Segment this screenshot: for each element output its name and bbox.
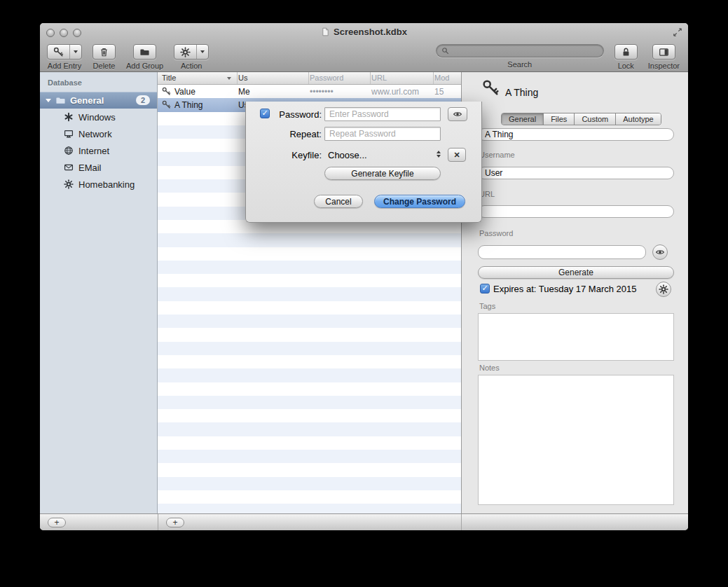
chevron-down-icon — [74, 50, 78, 53]
sidebar-item-label: Homebanking — [78, 179, 135, 190]
search-field[interactable] — [436, 44, 604, 57]
delete-label: Delete — [93, 62, 116, 70]
search-icon — [441, 47, 449, 55]
delete-button[interactable] — [92, 44, 116, 60]
tab-autotype[interactable]: Autotype — [616, 113, 660, 125]
inspector-toolbar-item: Inspector — [648, 44, 680, 70]
document-icon — [321, 27, 330, 36]
dialog-repeat-input[interactable] — [324, 127, 441, 141]
expires-settings-button[interactable] — [656, 282, 671, 297]
notes-field[interactable] — [478, 375, 674, 505]
column-header-title[interactable]: Title — [162, 74, 176, 82]
url-field[interactable] — [478, 205, 674, 218]
add-group-label: Add Group — [126, 62, 163, 70]
minimize-button[interactable] — [60, 29, 68, 37]
generate-keyfile-button[interactable]: Generate Keyfile — [324, 167, 441, 180]
traffic-lights — [46, 29, 81, 37]
sidebar-item-homebanking[interactable]: Homebanking — [40, 176, 157, 193]
tab-custom[interactable]: Custom — [575, 113, 616, 125]
key-icon — [162, 100, 171, 109]
title-wrap: Screenshot.kdbx — [40, 23, 688, 41]
sidebar: Database General 2 Windows Network Inter… — [40, 72, 158, 513]
search-toolbar-item: Search — [436, 44, 604, 69]
dialog-reveal-password-button[interactable] — [448, 107, 467, 121]
entry-url-cell: www.url.com — [371, 87, 419, 97]
column-divider[interactable] — [237, 72, 238, 84]
tab-files[interactable]: Files — [544, 113, 575, 125]
group-count-badge: 2 — [136, 95, 150, 105]
column-header-password[interactable]: Password — [310, 74, 343, 82]
change-password-button[interactable]: Change Password — [374, 195, 465, 208]
gear-icon — [64, 179, 74, 189]
popup-stepper-icon[interactable] — [437, 151, 441, 158]
fullscreen-icon[interactable] — [673, 27, 682, 37]
dialog-password-input[interactable] — [324, 107, 441, 121]
column-header-url[interactable]: URL — [371, 74, 387, 82]
generate-password-button[interactable]: Generate — [478, 266, 674, 279]
column-header-username[interactable]: Us — [238, 74, 247, 82]
add-entry-label: Add Entry — [48, 62, 81, 70]
globe-icon — [64, 146, 74, 156]
tags-label: Tags — [479, 302, 495, 310]
search-label: Search — [507, 60, 532, 69]
cancel-button[interactable]: Cancel — [314, 195, 363, 208]
sidebar-item-email[interactable]: EMail — [40, 159, 157, 176]
dialog-keyfile-label: Keyfile: — [271, 150, 322, 160]
disclosure-triangle-icon[interactable] — [46, 99, 51, 102]
action-button[interactable] — [174, 44, 209, 60]
password-field[interactable] — [478, 245, 646, 259]
sidebar-item-label: EMail — [78, 163, 102, 173]
trash-icon — [99, 47, 109, 57]
notes-label: Notes — [479, 364, 500, 372]
clear-keyfile-button[interactable]: ✕ — [448, 148, 466, 162]
gear-icon — [659, 284, 668, 294]
lock-button[interactable] — [614, 44, 638, 60]
key-icon — [162, 87, 171, 96]
search-input[interactable] — [452, 46, 598, 57]
entry-username-cell: Me — [238, 87, 250, 97]
add-group-toolbar-item: Add Group — [126, 44, 163, 70]
window-chrome: Screenshot.kdbx Add Entry Delete — [40, 23, 688, 72]
pane-divider — [158, 514, 158, 530]
inspector-button[interactable] — [652, 44, 675, 60]
toolbar: Add Entry Delete Add Group Action — [40, 41, 688, 72]
close-button[interactable] — [46, 29, 55, 37]
sidebar-item-network[interactable]: Network — [40, 125, 157, 142]
dialog-repeat-label: Repeat: — [271, 129, 322, 139]
entry-list-header[interactable]: Title Us Password URL Mod — [158, 72, 461, 85]
reveal-password-button[interactable] — [652, 244, 668, 260]
monitor-icon — [64, 129, 74, 139]
add-group-button[interactable] — [133, 44, 156, 60]
inspector-panel-icon — [659, 47, 669, 57]
window-title: Screenshot.kdbx — [334, 27, 407, 37]
expires-checkbox[interactable]: ✓ — [480, 284, 490, 294]
column-divider[interactable] — [370, 72, 371, 84]
inspector-panel: A Thing General Files Custom Autotype Us… — [461, 72, 688, 513]
sidebar-item-label: Windows — [78, 112, 116, 123]
add-entry-footer-button[interactable]: + — [166, 518, 184, 527]
add-group-footer-button[interactable]: + — [48, 518, 66, 527]
folder-icon — [139, 47, 150, 57]
envelope-icon — [64, 163, 74, 172]
titlebar[interactable]: Screenshot.kdbx — [40, 23, 688, 41]
sidebar-header: Database — [48, 78, 82, 87]
entry-password-cell: •••••••• — [310, 87, 334, 97]
lock-toolbar-item: Lock — [614, 44, 638, 70]
keyfile-popup[interactable]: Choose... — [328, 150, 367, 160]
gear-icon — [180, 47, 191, 57]
add-entry-button[interactable] — [47, 44, 82, 60]
column-header-modified[interactable]: Mod — [434, 74, 449, 82]
zoom-button[interactable] — [73, 29, 81, 37]
sidebar-item-windows[interactable]: Windows — [40, 109, 157, 125]
tab-general[interactable]: General — [502, 113, 544, 125]
title-field[interactable] — [478, 128, 674, 141]
password-enabled-checkbox[interactable]: ✓ — [260, 109, 270, 118]
username-field[interactable] — [478, 167, 674, 179]
tags-field[interactable] — [478, 313, 674, 361]
sidebar-group-general[interactable]: General 2 — [40, 92, 157, 109]
entry-row-value[interactable]: Value Me •••••••• www.url.com 15 — [158, 85, 461, 98]
column-divider[interactable] — [433, 72, 434, 84]
column-divider[interactable] — [308, 72, 309, 84]
sidebar-item-internet[interactable]: Internet — [40, 142, 157, 159]
sidebar-item-label: Network — [78, 129, 112, 139]
